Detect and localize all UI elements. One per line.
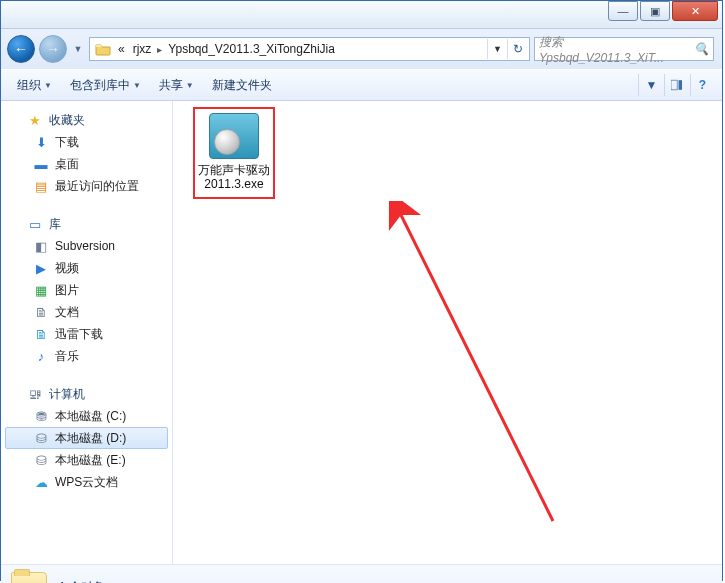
disk-icon: ⛁ bbox=[33, 430, 49, 446]
crumb-prefix: « bbox=[114, 42, 129, 56]
minimize-button[interactable]: — bbox=[608, 1, 638, 21]
file-label: 万能声卡驱动2011.3.exe bbox=[197, 163, 271, 191]
sidebar-item-subversion[interactable]: ◧Subversion bbox=[1, 235, 172, 257]
svg-line-8 bbox=[401, 215, 553, 521]
sidebar-label: 计算机 bbox=[49, 386, 85, 403]
video-icon: ▶ bbox=[33, 260, 49, 276]
back-button[interactable]: ← bbox=[7, 35, 35, 63]
subversion-icon: ◧ bbox=[33, 238, 49, 254]
refresh-button[interactable]: ↻ bbox=[507, 39, 527, 59]
xunlei-icon: 🗎 bbox=[33, 326, 49, 342]
content-area[interactable]: 万能声卡驱动2011.3.exe bbox=[173, 101, 722, 564]
disk-icon: ⛃ bbox=[33, 408, 49, 424]
help-button[interactable]: ? bbox=[690, 74, 714, 96]
sidebar-item-downloads[interactable]: ⬇下载 bbox=[1, 131, 172, 153]
status-bar: 1 个对象 bbox=[1, 564, 722, 583]
disk-icon: ⛁ bbox=[33, 452, 49, 468]
chevron-down-icon: ▼ bbox=[186, 81, 194, 90]
svg-rect-7 bbox=[679, 80, 682, 90]
search-icon: 🔍 bbox=[694, 42, 709, 56]
body: ★ 收藏夹 ⬇下载 ▬桌面 ▤最近访问的位置 ▭ 库 ◧Subversion ▶… bbox=[1, 101, 722, 564]
status-text: 1 个对象 bbox=[59, 579, 105, 583]
sidebar-label: 库 bbox=[49, 216, 61, 233]
sidebar-group-libraries: ▭ 库 ◧Subversion ▶视频 ▦图片 🗎文档 🗎迅雷下载 ♪音乐 bbox=[1, 213, 172, 367]
download-icon: ⬇ bbox=[33, 134, 49, 150]
desktop-icon: ▬ bbox=[33, 156, 49, 172]
sidebar-item-disk-d[interactable]: ⛁本地磁盘 (D:) bbox=[5, 427, 168, 449]
sidebar-header-computer[interactable]: 🖳 计算机 bbox=[1, 383, 172, 405]
star-icon: ★ bbox=[27, 112, 43, 128]
svg-rect-6 bbox=[671, 80, 677, 90]
nav-row: ← → ▼ « rjxz ▸ Ypsbqd_V2011.3_XiTongZhiJ… bbox=[1, 29, 722, 69]
folder-icon bbox=[11, 572, 47, 584]
sidebar-item-videos[interactable]: ▶视频 bbox=[1, 257, 172, 279]
sidebar-item-xunlei[interactable]: 🗎迅雷下载 bbox=[1, 323, 172, 345]
titlebar: — ▣ ✕ bbox=[1, 1, 722, 29]
file-item-highlighted[interactable]: 万能声卡驱动2011.3.exe bbox=[193, 107, 275, 199]
library-icon: ▭ bbox=[27, 216, 43, 232]
breadcrumb[interactable]: Ypsbqd_V2011.3_XiTongZhiJia bbox=[164, 42, 339, 56]
recent-icon: ▤ bbox=[33, 178, 49, 194]
search-input[interactable]: 搜索 Ypsbqd_V2011.3_XiT... 🔍 bbox=[534, 37, 714, 61]
sidebar-item-music[interactable]: ♪音乐 bbox=[1, 345, 172, 367]
sidebar-item-disk-e[interactable]: ⛁本地磁盘 (E:) bbox=[1, 449, 172, 471]
annotation-arrow-icon bbox=[333, 201, 583, 551]
sidebar-item-recent[interactable]: ▤最近访问的位置 bbox=[1, 175, 172, 197]
documents-icon: 🗎 bbox=[33, 304, 49, 320]
organize-button[interactable]: 组织▼ bbox=[9, 73, 60, 98]
computer-icon: 🖳 bbox=[27, 386, 43, 402]
installer-icon bbox=[209, 113, 259, 159]
toolbar: 组织▼ 包含到库中▼ 共享▼ 新建文件夹 ▼ ? bbox=[1, 69, 722, 101]
explorer-window: — ▣ ✕ ← → ▼ « rjxz ▸ Ypsbqd_V2011.3_XiTo… bbox=[0, 0, 723, 581]
maximize-button[interactable]: ▣ bbox=[640, 1, 670, 21]
sidebar-header-libraries[interactable]: ▭ 库 bbox=[1, 213, 172, 235]
address-bar[interactable]: « rjxz ▸ Ypsbqd_V2011.3_XiTongZhiJia ▼ ↻ bbox=[89, 37, 530, 61]
sidebar-item-disk-c[interactable]: ⛃本地磁盘 (C:) bbox=[1, 405, 172, 427]
forward-button[interactable]: → bbox=[39, 35, 67, 63]
sidebar-group-computer: 🖳 计算机 ⛃本地磁盘 (C:) ⛁本地磁盘 (D:) ⛁本地磁盘 (E:) ☁… bbox=[1, 383, 172, 493]
share-button[interactable]: 共享▼ bbox=[151, 73, 202, 98]
nav-history-dropdown[interactable]: ▼ bbox=[71, 44, 85, 54]
sidebar-item-wps-cloud[interactable]: ☁WPS云文档 bbox=[1, 471, 172, 493]
view-options-button[interactable]: ▼ bbox=[638, 74, 662, 96]
sidebar-item-documents[interactable]: 🗎文档 bbox=[1, 301, 172, 323]
chevron-down-icon: ▼ bbox=[44, 81, 52, 90]
pictures-icon: ▦ bbox=[33, 282, 49, 298]
chevron-down-icon: ▼ bbox=[646, 78, 658, 92]
sidebar: ★ 收藏夹 ⬇下载 ▬桌面 ▤最近访问的位置 ▭ 库 ◧Subversion ▶… bbox=[1, 101, 173, 564]
search-placeholder: 搜索 Ypsbqd_V2011.3_XiT... bbox=[539, 34, 690, 65]
sidebar-group-favorites: ★ 收藏夹 ⬇下载 ▬桌面 ▤最近访问的位置 bbox=[1, 109, 172, 197]
close-button[interactable]: ✕ bbox=[672, 1, 718, 21]
music-icon: ♪ bbox=[33, 348, 49, 364]
folder-icon bbox=[94, 40, 112, 58]
cloud-icon: ☁ bbox=[33, 474, 49, 490]
sidebar-header-favorites[interactable]: ★ 收藏夹 bbox=[1, 109, 172, 131]
sidebar-item-pictures[interactable]: ▦图片 bbox=[1, 279, 172, 301]
chevron-down-icon: ▼ bbox=[133, 81, 141, 90]
address-dropdown[interactable]: ▼ bbox=[487, 39, 507, 59]
include-in-library-button[interactable]: 包含到库中▼ bbox=[62, 73, 149, 98]
chevron-right-icon[interactable]: ▸ bbox=[155, 44, 164, 55]
preview-pane-button[interactable] bbox=[664, 74, 688, 96]
new-folder-button[interactable]: 新建文件夹 bbox=[204, 73, 280, 98]
sidebar-label: 收藏夹 bbox=[49, 112, 85, 129]
sidebar-item-desktop[interactable]: ▬桌面 bbox=[1, 153, 172, 175]
breadcrumb[interactable]: rjxz bbox=[129, 42, 156, 56]
